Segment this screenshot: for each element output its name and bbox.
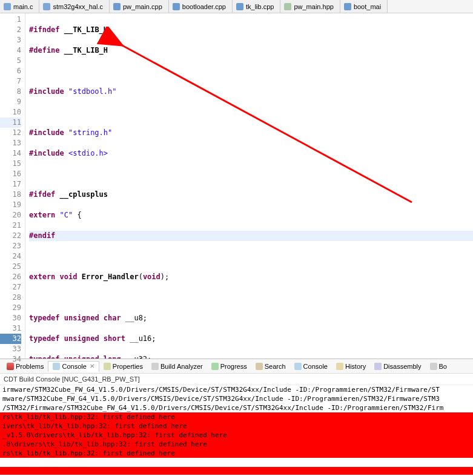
- tab-label: tk_lib.cpp: [246, 3, 274, 10]
- tab-label: boot_mai: [354, 3, 381, 10]
- line-number: 14: [0, 148, 21, 159]
- properties-icon: [104, 363, 111, 370]
- line-number: 13: [0, 138, 21, 148]
- line-number: 15: [0, 159, 21, 169]
- cpp-file-icon: [344, 3, 351, 10]
- tab-console-2[interactable]: Console: [290, 362, 332, 371]
- line-number: 9: [0, 97, 21, 107]
- search-icon: [256, 363, 263, 370]
- line-number: 4: [0, 45, 21, 56]
- console-icon: [294, 363, 302, 370]
- tab-bootloader-cpp[interactable]: bootloader.cpp: [169, 0, 233, 13]
- progress-icon: [211, 363, 219, 370]
- line-number: 8: [0, 87, 21, 97]
- tab-tk-lib-cpp[interactable]: tk_lib.cpp: [233, 0, 280, 13]
- tab-search[interactable]: Search: [251, 362, 290, 371]
- line-number: 18: [0, 190, 21, 200]
- panel-tab-bar: Problems Console✕ Properties Build Analy…: [0, 359, 473, 374]
- tab-pw-main-cpp[interactable]: pw_main.cpp: [110, 0, 169, 13]
- cpp-file-icon: [236, 3, 243, 10]
- tab-label: main.c: [13, 3, 33, 10]
- console-line: mware/STM32Cube_FW_G4_V1.5.0/Drivers/CMS…: [0, 394, 473, 403]
- tab-pw-main-hpp[interactable]: pw_main.hpp: [280, 0, 340, 13]
- line-number: 16: [0, 169, 21, 179]
- line-number: 29: [0, 303, 21, 313]
- tab-history[interactable]: History: [332, 362, 370, 371]
- console-title: CDT Build Console [NUC_G431_RB_PW_ST]: [0, 374, 473, 385]
- line-number: 26: [0, 272, 21, 282]
- line-number: 12: [0, 128, 21, 138]
- console-line: [0, 458, 473, 467]
- tab-label: pw_main.hpp: [294, 3, 333, 10]
- tab-label: stm32g4xx_hal.c: [53, 3, 103, 10]
- line-number: 5: [0, 56, 21, 66]
- line-number: 11: [0, 117, 21, 128]
- console-error-line: .0\drivers\tk_lib/tk_lib.hpp:32: first d…: [0, 440, 473, 449]
- line-number: 21: [0, 220, 21, 231]
- line-number: 20: [0, 210, 21, 220]
- line-number: 10: [0, 107, 21, 117]
- tab-properties[interactable]: Properties: [99, 362, 147, 371]
- line-number: 19: [0, 200, 21, 210]
- line-number: 27: [0, 282, 21, 293]
- console-error-line: [0, 467, 473, 475]
- line-number: 30: [0, 313, 21, 323]
- console-icon: [53, 363, 60, 370]
- console-error-line: rs\tk_lib/tk_lib.hpp:32: first defined h…: [0, 449, 473, 458]
- console-error-line: rs\tk_lib/tk_lib.hpp:32: first defined h…: [0, 412, 473, 421]
- console-error-line: _v1.5.0\drivers\tk_lib/tk_lib.hpp:32: fi…: [0, 431, 473, 440]
- tab-boot-mai[interactable]: boot_mai: [340, 0, 388, 13]
- console-line: irmware/STM32Cube_FW_G4_V1.5.0/Drivers/C…: [0, 385, 473, 394]
- line-number: 24: [0, 251, 21, 262]
- line-number: 33: [0, 344, 21, 354]
- tab-main-c[interactable]: main.c: [0, 0, 39, 13]
- line-number: 22: [0, 231, 21, 241]
- c-file-icon: [43, 3, 50, 10]
- tab-build-analyzer[interactable]: Build Analyzer: [147, 362, 207, 371]
- line-number: 1: [0, 15, 21, 25]
- line-number: 25: [0, 262, 21, 272]
- tab-progress[interactable]: Progress: [207, 362, 251, 371]
- line-number: 17: [0, 179, 21, 190]
- tab-disassembly[interactable]: Disassembly: [370, 362, 425, 371]
- console-output[interactable]: irmware/STM32Cube_FW_G4_V1.5.0/Drivers/C…: [0, 385, 473, 475]
- bottom-panel: Problems Console✕ Properties Build Analy…: [0, 359, 473, 475]
- c-file-icon: [4, 3, 11, 10]
- generic-icon: [430, 363, 437, 370]
- close-icon[interactable]: ✕: [90, 363, 94, 369]
- line-number: 3: [0, 35, 21, 45]
- code-text-area[interactable]: #ifndef __TK_LIB_H #define __TK_LIB_H #i…: [25, 13, 473, 359]
- tab-console[interactable]: Console✕: [48, 361, 99, 372]
- line-number: 23: [0, 241, 21, 251]
- tab-bo[interactable]: Bo: [426, 362, 451, 371]
- console-line: /STM32/Firmware/STM32Cube_FW_G4_V1.5.0/D…: [0, 403, 473, 412]
- line-number: 6: [0, 66, 21, 76]
- h-file-icon: [284, 3, 291, 10]
- line-number: 2: [0, 25, 21, 35]
- line-number-breakpoint[interactable]: 32: [0, 334, 21, 344]
- cpp-file-icon: [113, 3, 121, 10]
- line-number: 31: [0, 323, 21, 334]
- line-number: 34: [0, 354, 21, 365]
- cpp-file-icon: [173, 3, 180, 10]
- tab-label: pw_main.cpp: [123, 3, 162, 10]
- line-number: 28: [0, 293, 21, 303]
- history-icon: [336, 363, 343, 370]
- disassembly-icon: [374, 363, 382, 370]
- editor-tab-bar: main.c stm32g4xx_hal.c pw_main.cpp bootl…: [0, 0, 473, 13]
- line-number-gutter: 1 2 3 4 5 6 7 8 9 10 11 12 13 14 15 16 1…: [0, 13, 25, 359]
- console-error-line: ivers\tk_lib/tk_lib.hpp:32: first define…: [0, 421, 473, 431]
- line-number: 7: [0, 76, 21, 87]
- tab-stm32-hal[interactable]: stm32g4xx_hal.c: [39, 0, 110, 13]
- code-editor[interactable]: 1 2 3 4 5 6 7 8 9 10 11 12 13 14 15 16 1…: [0, 13, 473, 359]
- tab-label: bootloader.cpp: [182, 3, 226, 10]
- build-icon: [151, 363, 159, 370]
